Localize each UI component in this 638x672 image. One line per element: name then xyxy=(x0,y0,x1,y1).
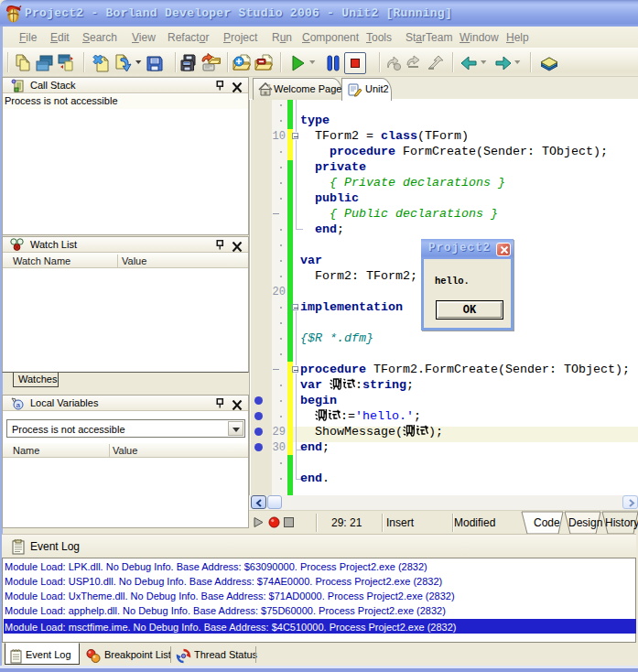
svg-text:Design: Design xyxy=(568,516,602,529)
svg-text:a: a xyxy=(16,401,21,409)
svg-text:Code: Code xyxy=(534,516,560,529)
svg-text:History: History xyxy=(605,516,638,529)
